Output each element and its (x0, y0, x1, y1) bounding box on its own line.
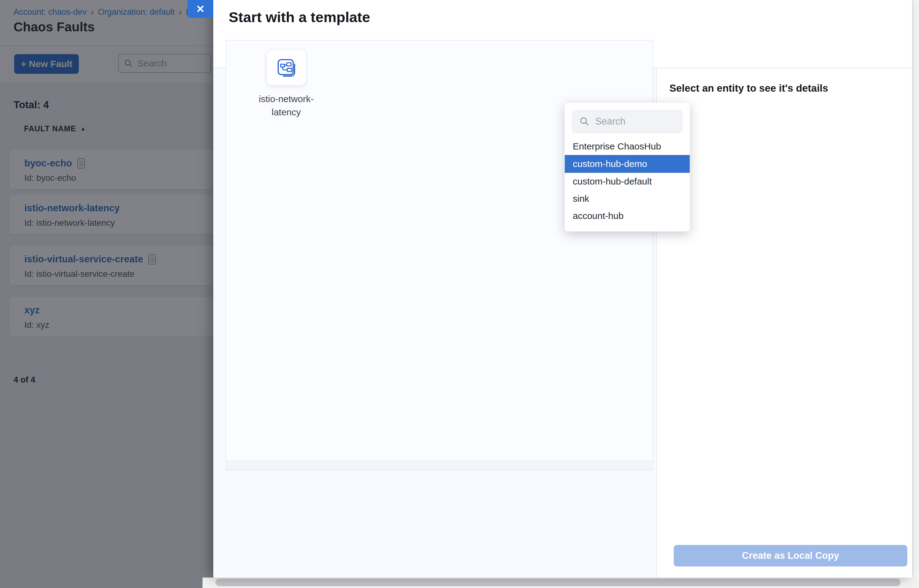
close-icon: ✕ (196, 3, 205, 15)
horizontal-scrollbar[interactable] (203, 578, 919, 588)
search-icon (579, 116, 590, 127)
chaoshub-dropdown-menu: Enterprise ChaosHub custom-hub-demo cust… (564, 102, 690, 231)
start-with-template-modal: ✕ Start with a template All Project [dem… (213, 0, 912, 578)
dropdown-search-input[interactable] (595, 116, 669, 127)
template-card-label: istio-network-latency (254, 92, 319, 119)
option-account-hub[interactable]: account-hub (565, 207, 690, 225)
option-enterprise-chaoshub[interactable]: Enterprise ChaosHub (565, 138, 690, 155)
fault-template-icon (276, 57, 297, 78)
close-button[interactable]: ✕ (188, 0, 213, 18)
option-custom-hub-default[interactable]: custom-hub-default (565, 173, 690, 190)
option-custom-hub-demo[interactable]: custom-hub-demo (565, 155, 690, 173)
create-as-local-copy-button[interactable]: Create as Local Copy (674, 545, 907, 567)
horizontal-scrollbar-thumb[interactable] (216, 579, 901, 586)
screen: Account: chaos-dev›Organization: default… (0, 0, 919, 588)
template-grid-footer (225, 461, 653, 470)
modal-title: Start with a template (229, 9, 370, 26)
option-sink[interactable]: sink (565, 190, 690, 207)
template-card-istio-network-latency[interactable] (266, 50, 306, 86)
details-placeholder-text: Select an entity to see it's details (669, 82, 828, 94)
vertical-scrollbar-gutter[interactable] (912, 0, 919, 578)
dropdown-options: Enterprise ChaosHub custom-hub-demo cust… (565, 138, 690, 225)
dropdown-search-field[interactable] (572, 110, 682, 133)
